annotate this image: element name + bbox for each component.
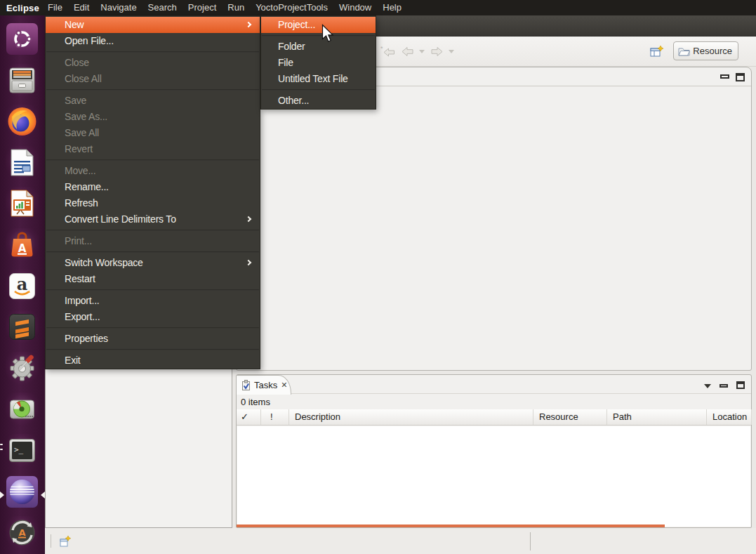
libreoffice-writer-icon [6,146,39,179]
terminal-running-indicator [0,444,3,445]
svg-text:>_: >_ [14,445,24,454]
menubar-item-navigate[interactable]: Navigate [95,0,142,15]
dock-item-amazon[interactable]: a [6,270,39,303]
svg-text:A: A [18,242,27,255]
column-header-priority[interactable]: ! [261,409,289,425]
back-dropdown-icon [419,50,425,54]
tasks-tab-label: Tasks [254,380,277,390]
menu-item-label: Untitled Text File [278,73,348,84]
trim-handle[interactable] [51,534,53,548]
menu-separator [261,87,376,93]
menu-item-other[interactable]: Other... [261,93,376,109]
dock-item-system-settings[interactable] [6,352,39,385]
menu-item-label: Properties [65,333,108,344]
menu-item-label: Other... [278,95,309,106]
menu-item-project[interactable]: Project... [261,17,376,33]
dock-item-software-updater[interactable]: A [6,516,39,549]
tab-tasks[interactable]: Tasks ✕ [237,375,291,395]
column-header-path[interactable]: Path [607,409,707,425]
dock-item-libreoffice-impress[interactable] [6,187,39,220]
menu-item-label: Save As... [65,111,107,122]
column-header-location[interactable]: Location [707,409,752,425]
menu-item-switch-workspace[interactable]: Switch Workspace [46,255,260,271]
dock-item-libreoffice-writer[interactable] [6,146,39,179]
ubuntu-dash-icon [6,22,39,55]
tasks-table-header: ✓!DescriptionResourcePathLocation [237,409,751,426]
maximize-icon[interactable] [736,381,745,389]
dock-item-ubuntu-software[interactable]: A [6,228,39,261]
open-perspective-icon[interactable] [650,46,664,59]
dock-item-files[interactable] [6,64,39,97]
close-icon[interactable]: ✕ [281,381,287,390]
menubar-item-file[interactable]: File [42,0,68,15]
menu-item-open-file[interactable]: Open File... [46,33,260,49]
resource-label: Resource [693,46,732,56]
dock-item-ubuntu-dash[interactable] [6,22,39,55]
menubar-item-project[interactable]: Project [183,0,222,15]
menubar-item-window[interactable]: Window [333,0,377,15]
menubar-item-help[interactable]: Help [377,0,407,15]
menu-item-label: Exit [65,355,81,366]
menu-separator [46,157,260,163]
menu-item-rename[interactable]: Rename... [46,179,260,195]
menubar-item-edit[interactable]: Edit [68,0,95,15]
restore-views-icon[interactable] [59,535,72,548]
menu-item-label: Project... [278,19,315,30]
menu-item-label: Import... [65,295,100,306]
menu-item-label: Convert Line Delimiters To [65,213,176,225]
tasks-table-body [237,426,750,527]
sublime-text-icon [6,310,39,343]
menu-item-label: Open File... [65,35,114,46]
menu-item-refresh[interactable]: Refresh [46,195,260,211]
menu-item-print: Print... [46,233,260,249]
software-updater-icon: A [6,516,39,549]
dock-item-disks[interactable] [6,393,39,426]
menu-item-label: File [278,57,293,68]
view-menu-icon[interactable] [704,384,711,388]
menu-separator [46,347,260,352]
dock-item-firefox[interactable] [6,105,39,138]
column-header-check[interactable]: ✓ [237,409,261,425]
menu-item-untitled-text-file[interactable]: Untitled Text File [261,71,376,87]
menu-item-file[interactable]: File [261,55,376,71]
folder-icon [678,46,690,56]
perspective-bar: Resource [650,41,738,60]
column-header-resource[interactable]: Resource [533,409,607,425]
submenu-arrow-icon [246,260,251,265]
dock-item-eclipse[interactable] [6,475,39,508]
mouse-cursor [321,24,336,44]
menu-item-import[interactable]: Import... [46,293,260,309]
column-header-description[interactable]: Description [289,409,533,425]
menu-item-export[interactable]: Export... [46,309,260,325]
files-icon [6,64,39,97]
menu-separator [46,249,260,255]
menu-item-convert-line-delimiters-to[interactable]: Convert Line Delimiters To [46,211,260,227]
status-bar [45,528,756,554]
resource-perspective-button[interactable]: Resource [673,41,738,60]
menubar-item-search[interactable]: Search [142,0,183,15]
minimize-icon[interactable] [720,74,729,79]
submenu-arrow-icon [246,22,251,27]
menubar-item-yoctoprojecttools[interactable]: YoctoProjectTools [250,0,333,15]
terminal-running-indicator [0,449,3,450]
menu-item-exit[interactable]: Exit [46,352,260,369]
menu-item-revert: Revert [46,141,260,157]
dock-item-terminal[interactable]: >_ [6,434,39,467]
maximize-icon[interactable] [736,73,745,81]
menu-item-new[interactable]: New [46,17,260,33]
menu-item-folder[interactable]: Folder [261,39,376,55]
menu-item-properties[interactable]: Properties [46,331,260,347]
menu-separator [46,325,260,331]
menu-item-restart[interactable]: Restart [46,271,260,287]
menu-item-label: Save [65,95,86,106]
menu-item-label: Export... [65,311,100,322]
nav-toolbar: * [369,46,455,58]
ubuntu-software-icon: A [6,228,39,261]
menu-separator [46,87,260,93]
dock-item-sublime-text[interactable] [6,310,39,343]
menubar-item-run[interactable]: Run [222,0,250,15]
firefox-icon [6,105,39,138]
forward-icon [430,46,444,58]
minimize-icon[interactable] [719,384,728,388]
menu-item-label: Revert [65,143,93,154]
